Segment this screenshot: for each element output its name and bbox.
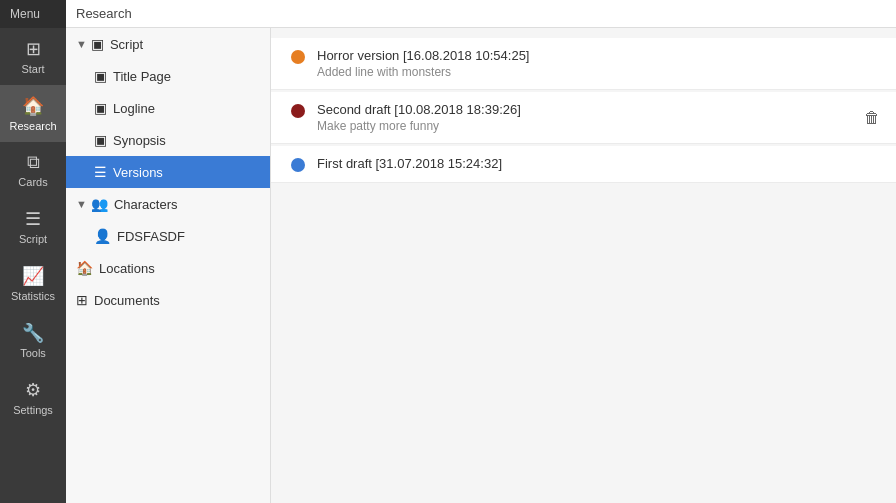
delete-version-button[interactable]: 🗑 [864,109,880,127]
top-bar-title: Research [76,6,132,21]
nav-label-start: Start [21,63,44,75]
characters-icon: 👥 [91,196,108,212]
nav-item-tools[interactable]: 🔧 Tools [0,312,66,369]
main-area: Research ▼ ▣ Script ▣ Title Page ▣ Logli… [66,0,896,503]
sidebar-item-versions[interactable]: ☰ Versions [66,156,270,188]
content-row: ▼ ▣ Script ▣ Title Page ▣ Logline ▣ Syno… [66,28,896,503]
versions-icon: ☰ [94,164,107,180]
nav-label-research: Research [9,120,56,132]
settings-icon: ⚙ [25,379,41,401]
sidebar-item-synopsis[interactable]: ▣ Synopsis [66,124,270,156]
version-info: Second draft [10.08.2018 18:39:26]Make p… [317,102,876,133]
synopsis-label: Synopsis [113,133,166,148]
title-page-icon: ▣ [94,68,107,84]
logline-icon: ▣ [94,100,107,116]
fdsfasdf-label: FDSFASDF [117,229,185,244]
title-page-label: Title Page [113,69,171,84]
locations-label: Locations [99,261,155,276]
sidebar: ▼ ▣ Script ▣ Title Page ▣ Logline ▣ Syno… [66,28,271,503]
script-section-icon: ▣ [91,36,104,52]
script-chevron-icon: ▼ [76,38,87,50]
version-info: First draft [31.07.2018 15:24:32] [317,156,876,171]
sidebar-item-locations[interactable]: 🏠 Locations [66,252,270,284]
nav-bar: Menu ⊞ Start 🏠 Research ⧉ Cards ☰ Script… [0,0,66,503]
character-icon: 👤 [94,228,111,244]
synopsis-icon: ▣ [94,132,107,148]
nav-label-settings: Settings [13,404,53,416]
locations-icon: 🏠 [76,260,93,276]
sidebar-item-title-page[interactable]: ▣ Title Page [66,60,270,92]
start-icon: ⊞ [26,38,41,60]
version-item[interactable]: Horror version [16.08.2018 10:54:25]Adde… [271,38,896,90]
nav-label-statistics: Statistics [11,290,55,302]
sidebar-script-header[interactable]: ▼ ▣ Script [66,28,270,60]
sidebar-item-documents[interactable]: ⊞ Documents [66,284,270,316]
logline-label: Logline [113,101,155,116]
version-dot [291,158,305,172]
script-icon: ☰ [25,208,41,230]
version-dot [291,104,305,118]
nav-item-script[interactable]: ☰ Script [0,198,66,255]
script-section-label: Script [110,37,143,52]
sidebar-item-logline[interactable]: ▣ Logline [66,92,270,124]
version-info: Horror version [16.08.2018 10:54:25]Adde… [317,48,876,79]
nav-item-menu[interactable]: Menu [0,0,66,28]
top-bar: Research [66,0,896,28]
versions-label: Versions [113,165,163,180]
characters-label: Characters [114,197,178,212]
sidebar-characters-header[interactable]: ▼ 👥 Characters [66,188,270,220]
nav-item-statistics[interactable]: 📈 Statistics [0,255,66,312]
nav-item-research[interactable]: 🏠 Research [0,85,66,142]
version-item[interactable]: Second draft [10.08.2018 18:39:26]Make p… [271,92,896,144]
nav-item-start[interactable]: ⊞ Start [0,28,66,85]
nav-item-cards[interactable]: ⧉ Cards [0,142,66,198]
version-title: Second draft [10.08.2018 18:39:26] [317,102,876,117]
version-item[interactable]: First draft [31.07.2018 15:24:32] [271,146,896,183]
nav-label-cards: Cards [18,176,47,188]
statistics-icon: 📈 [22,265,44,287]
nav-item-settings[interactable]: ⚙ Settings [0,369,66,426]
version-dot [291,50,305,64]
version-title: Horror version [16.08.2018 10:54:25] [317,48,876,63]
documents-label: Documents [94,293,160,308]
version-subtitle: Added line with monsters [317,65,876,79]
version-title: First draft [31.07.2018 15:24:32] [317,156,876,171]
characters-chevron-icon: ▼ [76,198,87,210]
tools-icon: 🔧 [22,322,44,344]
nav-label-script: Script [19,233,47,245]
menu-label: Menu [10,7,40,21]
content-pane: Horror version [16.08.2018 10:54:25]Adde… [271,28,896,503]
sidebar-item-fdsfasdf[interactable]: 👤 FDSFASDF [66,220,270,252]
version-subtitle: Make patty more funny [317,119,876,133]
nav-label-tools: Tools [20,347,46,359]
documents-icon: ⊞ [76,292,88,308]
cards-icon: ⧉ [27,152,40,173]
research-icon: 🏠 [22,95,44,117]
